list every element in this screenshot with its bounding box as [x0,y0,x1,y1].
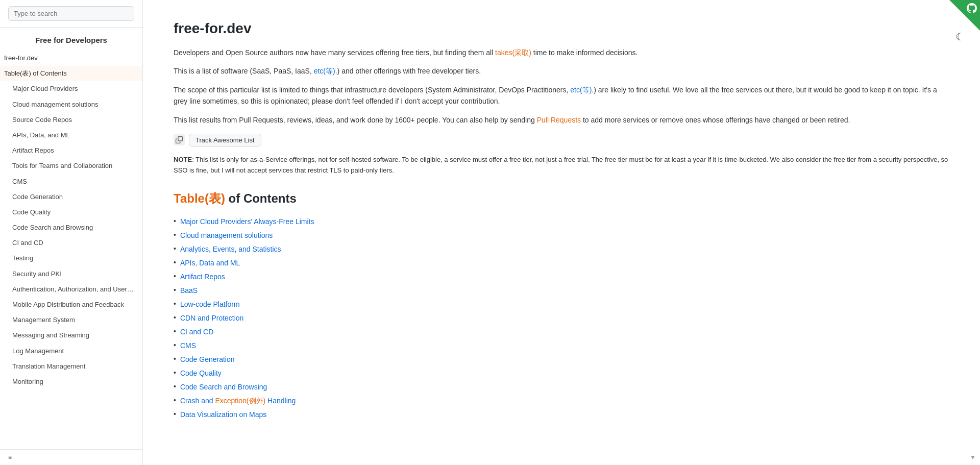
sidebar-item-security-pki[interactable]: Security and PKI [0,266,142,282]
intro-paragraph-3: The scope of this particular list is lim… [174,84,949,107]
note-box: NOTE: This list is only for as-a-Service… [174,155,949,176]
toc-list-item: Code Search and Browsing [174,380,949,394]
toc-list-item: Code Quality [174,366,949,380]
sidebar-item-free-for-dev[interactable]: free-for.dev [0,51,142,66]
toc-link[interactable]: BaaS [180,285,198,296]
etc-link-1[interactable]: etc(等). [314,67,337,75]
sidebar-item-artifact-repos[interactable]: Artifact Repos [0,143,142,158]
toc-list-item: BaaS [174,284,949,298]
sidebar-item-apis-data-ml[interactable]: APIs, Data, and ML [0,128,142,143]
toc-heading-kanji: (表) [205,191,225,205]
toc-link[interactable]: Data Visualization on Maps [180,409,266,420]
sidebar-item-cloud-management[interactable]: Cloud management solutions [0,97,142,112]
toc-list-item: Analytics, Events, and Statistics [174,242,949,256]
track-icon [174,134,185,145]
toc-list-item: APIs, Data and ML [174,256,949,270]
toc-link[interactable]: Analytics, Events, and Statistics [180,244,281,255]
toc-link[interactable]: Cloud management solutions [180,230,273,241]
menu-icon: ≡ [8,454,12,461]
toc-list-item: Code Generation [174,353,949,366]
sidebar-item-major-cloud-providers[interactable]: Major Cloud Providers [0,81,142,96]
sidebar-item-translation-management[interactable]: Translation Management [0,359,142,374]
takes-link[interactable]: takes(采取) [495,48,531,57]
toc-link[interactable]: CMS [180,340,196,351]
sidebar-item-code-generation[interactable]: Code Generation [0,189,142,205]
toc-list-item: Artifact Repos [174,270,949,284]
toc-link[interactable]: CDN and Protection [180,313,244,324]
sidebar-title: Free for Developers [0,28,142,48]
intro-paragraph-1: Developers and Open Source authors now h… [174,47,949,58]
sidebar-item-code-search[interactable]: Code Search and Browsing [0,220,142,235]
toc-link[interactable]: Code Generation [180,354,235,365]
search-box[interactable] [0,0,142,28]
sidebar-item-ci-cd[interactable]: CI and CD [0,235,142,251]
sidebar-item-mobile-app[interactable]: Mobile App Distribution and Feedback [0,297,142,312]
github-icon [967,3,977,13]
sidebar-item-cms[interactable]: CMS [0,174,142,189]
toc-list: Major Cloud Providers' Always-Free Limit… [174,215,949,422]
sidebar-footer[interactable]: ≡ [0,449,142,465]
copy-icon [176,136,183,143]
toc-link[interactable]: Code Quality [180,368,222,379]
toc-list-item: CI and CD [174,325,949,339]
etc-link-2[interactable]: etc(等). [570,86,594,94]
note-text: : This list is only for as-a-Service off… [174,156,948,174]
toc-link[interactable]: Artifact Repos [180,272,225,282]
toc-link[interactable]: APIs, Data and ML [180,258,240,268]
sidebar-item-messaging-streaming[interactable]: Messaging and Streaming [0,328,142,343]
sidebar: Free for Developers free-for.devTable(表)… [0,0,143,465]
sidebar-item-log-management[interactable]: Log Management [0,344,142,359]
sidebar-item-auth[interactable]: Authentication, Authorization, and User … [0,282,142,297]
intro-paragraph-2: This is a list of software (SaaS, PaaS, … [174,65,949,77]
toc-list-item: CDN and Protection [174,311,949,325]
sidebar-item-table-of-contents[interactable]: Table(表) of Contents [0,66,142,81]
toc-list-item: Major Cloud Providers' Always-Free Limit… [174,215,949,229]
sidebar-item-source-code-repos[interactable]: Source Code Repos [0,112,142,128]
theme-toggle-button[interactable]: ☾ [955,31,965,43]
toc-heading-rest: of Contents [225,191,297,205]
toc-list-item: Crash and Exception(例外) Handling [174,394,949,408]
scroll-down-arrow: ▼ [970,454,976,461]
sidebar-item-tools-teams[interactable]: Tools for Teams and Collaboration [0,158,142,174]
toc-link[interactable]: Low-code Platform [180,299,240,310]
page-title: free-for.dev [174,20,949,37]
intro-paragraph-4: This list results from Pull Requests, re… [174,114,949,126]
sidebar-item-code-quality[interactable]: Code Quality [0,205,142,220]
pull-requests-link[interactable]: Pull Requests [537,116,581,124]
sidebar-item-management-system[interactable]: Management System [0,312,142,328]
toc-list-item: Low-code Platform [174,298,949,311]
toc-link[interactable]: Code Search and Browsing [180,382,267,393]
sidebar-item-testing[interactable]: Testing [0,251,142,266]
track-btn-wrapper: Track Awesome List [174,134,949,146]
search-input[interactable] [8,6,134,21]
toc-link[interactable]: CI and CD [180,327,213,337]
toc-list-item: CMS [174,339,949,353]
main-content: free-for.dev Developers and Open Source … [143,0,980,465]
sidebar-nav: free-for.devTable(表) of ContentsMajor Cl… [0,48,142,449]
toc-link[interactable]: Major Cloud Providers' Always-Free Limit… [180,216,314,227]
toc-list-item: Data Visualization on Maps [174,408,949,422]
sidebar-item-monitoring[interactable]: Monitoring [0,374,142,389]
toc-heading-table: Table [174,191,205,205]
toc-heading: Table(表) of Contents [174,190,949,207]
track-awesome-list-button[interactable]: Track Awesome List [189,134,261,146]
toc-list-item: Cloud management solutions [174,229,949,242]
toc-link[interactable]: Crash and Exception(例外) Handling [180,396,296,406]
